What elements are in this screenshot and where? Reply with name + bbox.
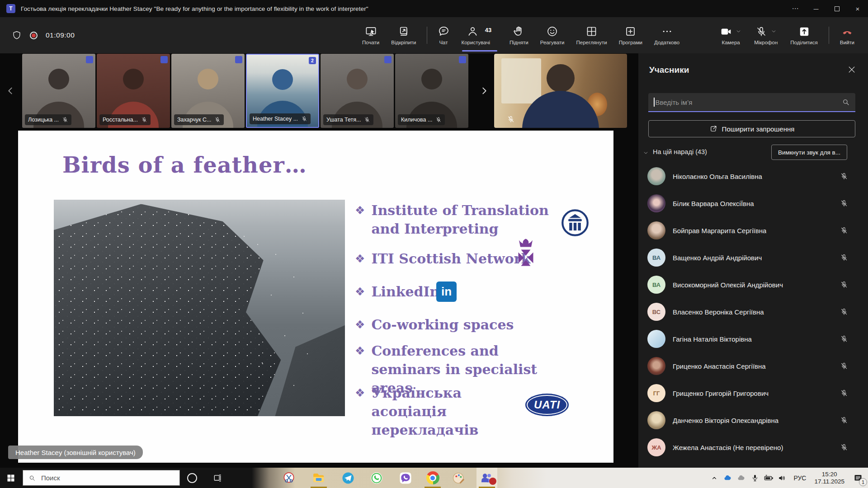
taskbar-app-snipping[interactable] xyxy=(278,468,299,488)
toolbar-button-apps[interactable]: Програми xyxy=(613,17,648,53)
participant-row[interactable]: ВА Високоморний Олексій Андрійович xyxy=(638,271,868,298)
toolbar-button-more[interactable]: Додатково xyxy=(648,17,685,53)
participant-row[interactable]: Гагіна Наталія Вікторівна xyxy=(638,325,868,352)
tile-name-pill: Heather Stacey ... xyxy=(250,113,311,124)
taskbar-app-whatsapp[interactable] xyxy=(366,468,387,488)
scroll-right-icon[interactable] xyxy=(479,85,489,97)
tray-expand-button[interactable] xyxy=(708,468,721,488)
toolbar-right-group: Камера Мікрофон Поділитися Вийти xyxy=(714,17,861,53)
cortana-button[interactable] xyxy=(182,468,203,488)
avatar xyxy=(647,411,665,429)
taskbar-app-chrome[interactable] xyxy=(422,468,443,488)
taskbar-app-explorer[interactable] xyxy=(308,468,329,488)
chevron-down-icon[interactable] xyxy=(736,28,741,34)
taskbar-clock[interactable]: 15:20 17.11.2025 xyxy=(811,471,848,485)
participant-name: Данченко Вікторія Олександрівна xyxy=(673,417,778,424)
file-explorer-icon xyxy=(312,471,326,485)
chrome-icon xyxy=(426,471,439,484)
chevron-down-icon[interactable] xyxy=(643,150,649,156)
participant-row[interactable]: Білик Варвара ОлексіЇвна xyxy=(638,190,868,217)
mic-off-icon xyxy=(840,253,848,262)
video-tile[interactable]: Лозицька ... xyxy=(22,54,95,128)
linkedin-logo: in xyxy=(436,282,457,302)
tile-participant-name: Росстальна... xyxy=(103,117,138,123)
participant-search-input[interactable] xyxy=(656,99,842,106)
task-view-button[interactable] xyxy=(207,468,228,488)
leave-button[interactable]: Вийти xyxy=(834,17,861,53)
video-tile[interactable]: Киличова ... xyxy=(395,54,468,128)
avatar xyxy=(647,357,665,375)
chevron-down-icon[interactable] xyxy=(771,28,777,34)
smiley-icon xyxy=(546,25,558,38)
camera-button[interactable]: Камера xyxy=(714,17,748,53)
toolbar-button-view[interactable]: Переглянути xyxy=(571,17,613,53)
participant-name: Білик Варвара ОлексіЇвна xyxy=(673,200,754,207)
clock-time: 15:20 xyxy=(814,471,844,478)
action-center-button[interactable]: 1 xyxy=(848,468,868,488)
avatar: ГГ xyxy=(647,384,665,402)
participant-name: Бойправ Маргарита Сергіївна xyxy=(673,227,766,235)
meeting-timer: 01:09:00 xyxy=(46,31,75,39)
toolbar-button-raise-hand[interactable]: Підняти xyxy=(504,17,534,53)
scroll-left-icon[interactable] xyxy=(5,85,15,97)
participant-row[interactable]: ВА Ващенко Андрій Андрійович xyxy=(638,244,868,271)
mic-off-icon xyxy=(435,117,442,123)
share-invite-button[interactable]: Поширити запрошення xyxy=(648,120,855,137)
video-tile[interactable]: Ушата Тетя... xyxy=(321,54,394,128)
participant-silhouette xyxy=(48,69,69,89)
whatsapp-icon xyxy=(370,471,383,485)
tile-badge xyxy=(235,56,242,63)
windows-taskbar: РУС 15:20 17.11.2025 1 xyxy=(0,468,868,488)
language-indicator[interactable]: РУС xyxy=(789,474,811,482)
microphone-tray-icon[interactable] xyxy=(748,468,762,488)
close-icon[interactable] xyxy=(847,65,856,74)
toolbar-button-chat[interactable]: Чат xyxy=(432,17,456,53)
toolbar-button-start-share[interactable]: Почати xyxy=(356,17,385,53)
taskbar-app-telegram[interactable] xyxy=(338,468,359,488)
start-button[interactable] xyxy=(0,468,22,488)
avatar: ВА xyxy=(647,249,665,267)
participant-row[interactable]: Бойправ Маргарита Сергіївна xyxy=(638,217,868,244)
participant-row[interactable]: Гриценко Анастасія Сергіївна xyxy=(638,352,868,380)
battery-icon[interactable] xyxy=(762,468,775,488)
participant-row[interactable]: Данченко Вікторія Олександрівна xyxy=(638,407,868,434)
mute-all-button[interactable]: Вимкнути звук для в... xyxy=(771,145,847,160)
tile-name-pill: Лозицька ... xyxy=(25,114,71,125)
microphone-button[interactable]: Мікрофон xyxy=(748,17,784,53)
notification-count-badge: 1 xyxy=(859,478,867,486)
slide-bullet: ❖ ITI Scottish Network xyxy=(355,249,576,268)
onedrive-icon[interactable] xyxy=(721,468,735,488)
maximize-icon xyxy=(835,6,840,11)
volume-icon[interactable] xyxy=(775,468,789,488)
taskbar-app-teams[interactable] xyxy=(476,468,497,488)
search-icon xyxy=(842,98,850,106)
participant-row[interactable]: ЖА Жежела Анастасія (Не перевірено) xyxy=(638,434,868,461)
toolbar-button-unpin[interactable]: Відкріпити xyxy=(385,17,422,53)
video-tile[interactable]: Захарчук С... xyxy=(171,54,245,128)
window-more-button[interactable]: ⋯ xyxy=(785,0,806,17)
video-tile[interactable]: Росстальна... xyxy=(97,54,170,128)
active-speaker-tile[interactable] xyxy=(494,54,627,128)
tile-participant-name: Heather Stacey ... xyxy=(253,116,298,122)
participant-search-box[interactable] xyxy=(648,93,855,112)
in-meeting-section: На цій нараді (43) Вимкнути звук для в..… xyxy=(638,143,868,163)
taskbar-app-viber[interactable] xyxy=(395,468,416,488)
window-minimize-button[interactable]: ─ xyxy=(806,0,826,17)
toolbar-button-participants[interactable]: 43 Користувачі xyxy=(456,17,504,53)
taskbar-search-box[interactable] xyxy=(23,470,180,486)
share-button[interactable]: Поділитися xyxy=(784,17,824,53)
toolbar-button-react[interactable]: Реагувати xyxy=(534,17,571,53)
taskbar-search-input[interactable] xyxy=(41,474,174,482)
window-maximize-button[interactable] xyxy=(826,0,847,17)
participant-row[interactable]: Ніколаєнко Ольга Василівна xyxy=(638,163,868,190)
recording-indicator-icon xyxy=(30,32,38,39)
avatar xyxy=(647,167,665,185)
cloud-sync-icon[interactable] xyxy=(735,468,748,488)
shield-icon xyxy=(12,30,22,40)
video-tile[interactable]: 2 Heather Stacey ... xyxy=(246,54,319,128)
participant-silhouette xyxy=(198,69,218,89)
taskbar-app-paint[interactable] xyxy=(448,468,469,488)
participant-row[interactable]: ВС Власенко Вероніка Сергіївна xyxy=(638,298,868,325)
participant-row[interactable]: ГГ Грищенко Григорій Григорович xyxy=(638,380,868,407)
window-close-button[interactable]: × xyxy=(847,0,868,17)
